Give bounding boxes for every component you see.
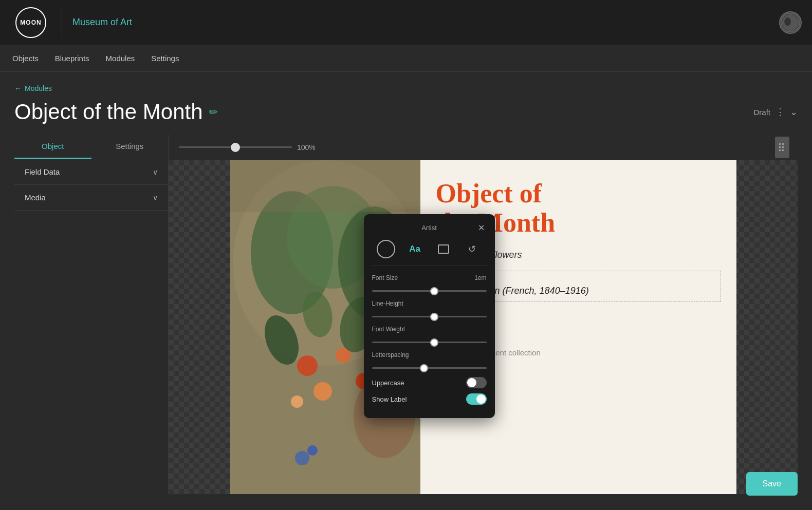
circle-icon xyxy=(377,240,395,258)
artwork-page: Object of the Month Still Life with Flow… xyxy=(230,160,736,494)
show-label-toggle[interactable] xyxy=(466,393,487,405)
tab-object[interactable]: Object xyxy=(14,135,91,159)
svg-rect-5 xyxy=(779,149,781,151)
heading-line1: Object of xyxy=(436,179,542,208)
breadcrumb-label: Modules xyxy=(25,84,52,92)
font-weight-slider[interactable] xyxy=(372,342,487,343)
logo-text: MOON xyxy=(20,19,41,26)
settings-panel-icon[interactable] xyxy=(775,137,789,158)
popup-toolbar: Aa ↺ xyxy=(372,240,487,266)
letterspacing-control: Letterspacing xyxy=(372,351,487,371)
svg-point-14 xyxy=(297,355,318,376)
user-avatar[interactable] xyxy=(779,11,802,34)
svg-point-23 xyxy=(307,445,318,456)
site-title: Museum of Art xyxy=(72,17,132,28)
left-panel: Object Settings Field Data ∨ Media ∨ xyxy=(14,135,169,494)
svg-point-2 xyxy=(784,17,791,26)
logo-container[interactable]: MOON xyxy=(10,2,51,43)
uppercase-toggle[interactable] xyxy=(466,377,487,388)
svg-point-16 xyxy=(313,382,332,401)
popup-tool-typography[interactable]: Aa xyxy=(405,240,424,258)
main-nav: Objects Blueprints Modules Settings xyxy=(0,45,812,72)
logo-circle: MOON xyxy=(15,7,46,38)
svg-rect-4 xyxy=(779,146,781,148)
more-button[interactable]: ⋮ xyxy=(776,106,785,118)
svg-rect-6 xyxy=(782,143,784,145)
save-button[interactable]: Save xyxy=(746,472,798,496)
page-title-right: Draft ⋮ ⌄ xyxy=(753,106,798,118)
popup-tool-circle[interactable] xyxy=(377,240,395,258)
tab-settings[interactable]: Settings xyxy=(91,135,169,159)
popup-title: Artist xyxy=(382,224,476,232)
page-title-row: Object of the Month ✏ Draft ⋮ ⌄ xyxy=(14,100,798,124)
media-label: Media xyxy=(25,193,46,202)
tab-object-label: Object xyxy=(42,142,64,150)
top-bar: MOON Museum of Art xyxy=(0,0,812,45)
uppercase-toggle-knob xyxy=(467,378,476,387)
svg-rect-24 xyxy=(230,160,420,212)
page-title-left: Object of the Month ✏ xyxy=(14,100,218,124)
tab-settings-label: Settings xyxy=(116,142,143,150)
nav-modules[interactable]: Modules xyxy=(106,52,135,65)
panel-tabs: Object Settings xyxy=(14,135,168,159)
letterspacing-slider[interactable] xyxy=(372,367,487,369)
font-size-value: 1em xyxy=(474,274,486,281)
edit-icon[interactable]: ✏ xyxy=(209,106,218,118)
breadcrumb[interactable]: ← Modules xyxy=(14,84,798,92)
undo-icon: ↺ xyxy=(468,243,476,255)
workspace: Object Settings Field Data ∨ Media ∨ xyxy=(14,135,798,494)
draft-badge: Draft xyxy=(753,108,770,117)
field-data-section: Field Data ∨ xyxy=(14,159,168,185)
svg-rect-3 xyxy=(779,143,781,145)
top-bar-right xyxy=(779,11,802,34)
svg-rect-7 xyxy=(782,146,784,148)
uppercase-label: Uppercase xyxy=(372,379,404,387)
popup-tool-undo[interactable]: ↺ xyxy=(463,240,482,258)
font-size-control: Font Size 1em xyxy=(372,274,487,294)
popup-header: Artist ✕ xyxy=(372,222,487,233)
artist-popup: Artist ✕ Aa xyxy=(364,214,495,418)
popup-close-button[interactable]: ✕ xyxy=(476,222,487,233)
font-size-slider[interactable] xyxy=(372,290,487,292)
chevron-button[interactable]: ⌄ xyxy=(790,106,798,118)
zoom-slider-container: 100% xyxy=(179,143,787,152)
zoom-slider[interactable] xyxy=(179,146,292,148)
font-weight-control: Font Weight xyxy=(372,326,487,345)
show-label-toggle-knob xyxy=(476,394,486,404)
zoom-label: 100% xyxy=(297,143,316,152)
media-section: Media ∨ xyxy=(14,185,168,211)
canvas-area: 100% xyxy=(169,135,798,494)
content-area: ← Modules Object of the Month ✏ Draft ⋮ … xyxy=(0,72,812,506)
nav-objects[interactable]: Objects xyxy=(12,52,39,65)
font-size-label: Font Size xyxy=(372,274,398,281)
line-height-label: Line-Height xyxy=(372,300,403,307)
uppercase-toggle-row: Uppercase xyxy=(372,377,487,388)
font-weight-header: Font Weight xyxy=(372,326,487,333)
field-data-header[interactable]: Field Data ∨ xyxy=(14,159,168,184)
breadcrumb-arrow: ← xyxy=(14,84,22,92)
nav-divider xyxy=(62,7,62,38)
page-title: Object of the Month xyxy=(14,100,203,124)
nav-settings[interactable]: Settings xyxy=(151,52,179,65)
svg-point-17 xyxy=(291,395,303,408)
line-height-slider[interactable] xyxy=(372,316,487,317)
media-chevron: ∨ xyxy=(153,194,158,202)
line-height-control: Line-Height xyxy=(372,300,487,319)
letterspacing-header: Letterspacing xyxy=(372,351,487,358)
zoom-bar: 100% xyxy=(169,135,798,160)
svg-point-22 xyxy=(295,451,309,465)
layout-icon xyxy=(438,244,449,254)
nav-blueprints[interactable]: Blueprints xyxy=(55,52,89,65)
media-header[interactable]: Media ∨ xyxy=(14,185,168,210)
field-data-label: Field Data xyxy=(25,167,60,176)
letterspacing-label: Letterspacing xyxy=(372,351,409,358)
popup-tool-layout[interactable] xyxy=(434,240,453,258)
font-size-header: Font Size 1em xyxy=(372,274,487,281)
show-label-label: Show Label xyxy=(372,395,407,403)
canvas-preview: Object of the Month Still Life with Flow… xyxy=(169,160,798,494)
typography-icon: Aa xyxy=(409,244,420,254)
font-weight-label: Font Weight xyxy=(372,326,405,333)
svg-rect-8 xyxy=(782,149,784,151)
field-data-chevron: ∨ xyxy=(153,168,158,176)
line-height-header: Line-Height xyxy=(372,300,487,307)
